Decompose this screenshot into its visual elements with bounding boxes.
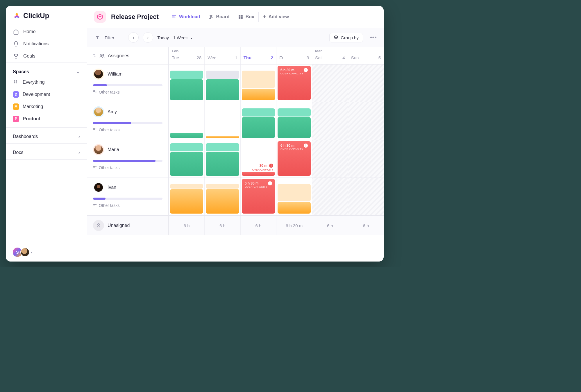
space-label: Development [23, 92, 50, 97]
date-col-tue: FebTue28 [169, 47, 204, 64]
more-menu[interactable]: ••• [370, 34, 377, 41]
workload-cell[interactable] [204, 65, 240, 102]
workload-cell[interactable] [348, 140, 384, 178]
assignee-name: Maria [108, 147, 119, 152]
docs-section: Docs › [6, 143, 87, 160]
everything-label: Everything [23, 80, 45, 85]
chevron-down-icon: ▾ [31, 250, 33, 254]
workload-cell[interactable]: 6 h 30 m!OVER CAPACITY [276, 65, 312, 102]
checklist-icon [93, 166, 97, 170]
workload-cell[interactable] [348, 178, 384, 215]
range-selector[interactable]: 1 Week ⌄ [173, 35, 193, 40]
nav-label: Home [23, 29, 36, 34]
workload-cell[interactable] [240, 102, 276, 140]
workload-icon [171, 14, 177, 19]
brand-name: ClickUp [23, 12, 49, 20]
workload-cell[interactable] [169, 140, 204, 178]
date-col-sat: MarSat4 [312, 47, 348, 64]
docs-label: Docs [13, 150, 23, 155]
workload-cell[interactable]: 30 m!OVER CAPACITY [240, 140, 276, 178]
user-avatar [20, 248, 30, 257]
other-tasks[interactable]: Other tasks [93, 128, 162, 132]
svg-point-1 [16, 80, 17, 81]
workload-cell[interactable] [312, 178, 348, 215]
workload-cell[interactable] [312, 102, 348, 140]
assignee-cell[interactable]: Ivan Other tasks [87, 178, 169, 215]
filter-icon[interactable] [94, 34, 101, 41]
svg-point-2 [14, 82, 15, 83]
spaces-header[interactable]: Spaces ⌄ [6, 67, 87, 76]
filter-button[interactable]: Filter [105, 35, 114, 40]
nav-home[interactable]: Home [6, 26, 87, 38]
other-tasks[interactable]: Other tasks [93, 203, 162, 208]
chevron-left-icon: ‹ [133, 35, 134, 40]
workload-cell[interactable]: 6 h 30 m!OVER CAPACITY [276, 140, 312, 178]
tab-workload[interactable]: Workload [167, 12, 204, 21]
prev-button[interactable]: ‹ [128, 32, 139, 43]
assignee-row-william: William Other tasks 6 h 30 m!OVER CAPACI… [87, 65, 384, 102]
workload-cell[interactable] [204, 102, 240, 140]
svg-point-14 [103, 54, 104, 56]
unassigned-row: Unasigned 6 h 6 h 6 h 6 h 30 m 6 h 6 h [87, 216, 384, 235]
nav-label: Goals [23, 53, 35, 59]
workload-cell[interactable] [276, 178, 312, 215]
capacity-bar [93, 84, 162, 86]
nav-goals[interactable]: Goals [6, 50, 87, 62]
checklist-icon [93, 203, 97, 207]
warning-icon: ! [304, 68, 308, 72]
workload-cell[interactable] [204, 178, 240, 215]
avatar [93, 106, 104, 117]
tab-label: Workload [179, 14, 200, 19]
today-button[interactable]: Today [157, 35, 169, 40]
capacity-bar [93, 198, 162, 200]
assignee-row-maria: Maria Other tasks 30 m!OVER CAPACITY 6 h… [87, 140, 384, 178]
space-product[interactable]: P Product [6, 113, 87, 125]
footer-cell: 6 h [312, 216, 348, 235]
workload-cell[interactable] [240, 65, 276, 102]
project-title: Release Project [111, 13, 159, 21]
groupby-label: Group by [341, 35, 359, 40]
svg-point-24 [98, 223, 100, 225]
brand-logo[interactable]: ClickUp [6, 6, 87, 26]
date-col-sun: Sun5 [348, 47, 384, 64]
trophy-icon [13, 53, 19, 59]
everything-item[interactable]: Everything [6, 76, 87, 88]
workload-cell[interactable] [204, 140, 240, 178]
space-marketing[interactable]: M Marketing [6, 101, 87, 113]
tab-board[interactable]: Board [204, 12, 233, 21]
unassigned-label: Unasigned [108, 223, 130, 228]
sort-icon: ⇅ [93, 53, 96, 58]
assignee-cell[interactable]: Amy Other tasks [87, 102, 169, 140]
toolbar: Filter ‹ › Today 1 Week ⌄ Group by ••• [87, 28, 384, 47]
space-label: Marketing [23, 104, 43, 109]
next-button[interactable]: › [143, 32, 153, 43]
tab-box[interactable]: Box [234, 12, 258, 21]
workload-cell[interactable] [348, 65, 384, 102]
other-tasks[interactable]: Other tasks [93, 90, 162, 94]
column-title: Assignees [108, 53, 129, 58]
workload-cell[interactable] [312, 140, 348, 178]
nav-notifications[interactable]: Notifications [6, 38, 87, 50]
svg-point-3 [16, 82, 17, 83]
tab-add-view[interactable]: + Add view [258, 12, 293, 22]
assignee-cell[interactable]: Maria Other tasks [87, 140, 169, 178]
plus-icon: + [263, 14, 266, 20]
workload-cell[interactable] [169, 102, 204, 140]
docs-header[interactable]: Docs › [6, 148, 87, 157]
workload-cell[interactable] [276, 102, 312, 140]
workload-cell[interactable] [169, 65, 204, 102]
workload-cell[interactable] [312, 65, 348, 102]
groupby-button[interactable]: Group by [329, 33, 363, 42]
assignees-column-header[interactable]: ⇅ Assignees [87, 47, 168, 65]
workload-cell[interactable]: 6 h 30 m!OVER CAPACITY [240, 178, 276, 215]
dashboards-header[interactable]: Dashboards › [6, 132, 87, 141]
svg-rect-12 [241, 17, 242, 19]
assignee-cell[interactable]: Unasigned [87, 216, 169, 235]
other-tasks[interactable]: Other tasks [93, 165, 162, 170]
assignee-cell[interactable]: William Other tasks [87, 65, 169, 102]
space-development[interactable]: D Development [6, 88, 87, 101]
board-icon [208, 14, 214, 19]
account-switcher[interactable]: S ▾ [6, 243, 87, 262]
workload-cell[interactable] [169, 178, 204, 215]
workload-cell[interactable] [348, 102, 384, 140]
